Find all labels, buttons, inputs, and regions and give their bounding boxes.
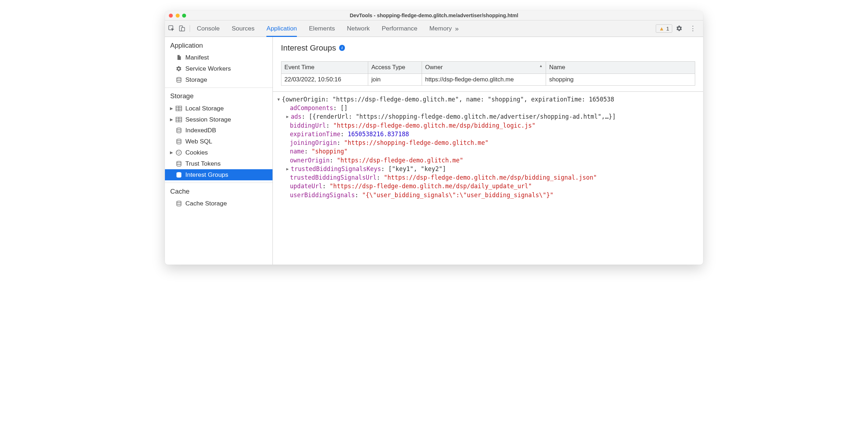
tabbar: ConsoleSourcesApplicationElementsNetwork… — [165, 20, 703, 37]
table-header[interactable]: Event Time — [281, 62, 368, 74]
db-icon — [176, 138, 182, 145]
svg-point-12 — [177, 128, 181, 129]
sidebar-item-session-storage[interactable]: ▶Session Storage — [165, 114, 272, 125]
more-menu-icon[interactable]: ⋮ — [686, 25, 700, 33]
issues-badge[interactable]: ▲ 1 — [656, 24, 672, 32]
tab-elements[interactable]: Elements — [309, 20, 335, 37]
sidebar-item-trust-tokens[interactable]: Trust Tokens — [165, 158, 272, 169]
sidebar-item-service-workers[interactable]: Service Workers — [165, 63, 272, 74]
sidebar-item-web-sql[interactable]: Web SQL — [165, 136, 272, 147]
minimize-icon[interactable] — [176, 14, 180, 18]
sidebar: Application ManifestService WorkersStora… — [165, 37, 273, 265]
sidebar-group-title: Storage — [170, 92, 272, 100]
svg-point-16 — [179, 152, 180, 152]
settings-icon[interactable] — [672, 25, 686, 32]
close-icon[interactable] — [169, 14, 173, 18]
table-icon — [176, 116, 182, 123]
device-toggle-icon[interactable] — [179, 25, 185, 32]
svg-rect-2 — [181, 28, 185, 31]
sort-indicator-icon: ▲ — [539, 64, 543, 68]
sidebar-item-indexeddb[interactable]: IndexedDB — [165, 125, 272, 136]
sidebar-group-application: Application ManifestService WorkersStora… — [165, 37, 272, 88]
expand-caret-icon[interactable]: ▶ — [170, 150, 173, 155]
sidebar-item-local-storage[interactable]: ▶Local Storage — [165, 103, 272, 114]
table-row[interactable]: 22/03/2022, 10:50:16joinhttps://dsp-fled… — [281, 74, 695, 85]
info-icon[interactable]: i — [339, 45, 345, 51]
db-icon — [176, 127, 182, 134]
devtools-window: DevTools - shopping-fledge-demo.glitch.m… — [165, 11, 703, 265]
table-header[interactable]: Owner▲ — [422, 62, 546, 74]
titlebar: DevTools - shopping-fledge-demo.glitch.m… — [165, 11, 703, 20]
zoom-icon[interactable] — [182, 14, 186, 18]
warning-icon: ▲ — [659, 25, 664, 32]
svg-point-19 — [177, 161, 181, 163]
table-cell: join — [368, 74, 422, 85]
sidebar-item-label: Storage — [185, 76, 207, 84]
gear-icon — [176, 65, 182, 72]
panel-title: Interest Groups — [281, 43, 336, 53]
traffic-lights — [169, 14, 186, 18]
sidebar-group-title: Cache — [170, 188, 272, 195]
sidebar-item-label: Cache Storage — [185, 200, 227, 207]
svg-point-14 — [176, 150, 181, 155]
inspect-icon[interactable] — [168, 25, 175, 32]
overflow-tabs-icon[interactable]: » — [452, 25, 462, 33]
tab-network[interactable]: Network — [347, 20, 370, 37]
db-icon — [176, 171, 182, 178]
sidebar-item-manifest[interactable]: Manifest — [165, 52, 272, 63]
tab-performance[interactable]: Performance — [382, 20, 417, 37]
sidebar-item-label: Service Workers — [185, 65, 231, 72]
sidebar-item-cache-storage[interactable]: Cache Storage — [165, 198, 272, 209]
expand-caret-icon[interactable]: ▶ — [170, 117, 173, 122]
window-title: DevTools - shopping-fledge-demo.glitch.m… — [165, 13, 703, 18]
sidebar-group-storage: Storage ▶Local Storage▶Session StorageIn… — [165, 88, 272, 183]
sidebar-group-title: Application — [170, 42, 272, 49]
cookie-icon — [176, 149, 182, 156]
db-icon — [176, 76, 182, 83]
sidebar-item-label: Web SQL — [185, 138, 212, 145]
tab-application[interactable]: Application — [266, 20, 297, 37]
sidebar-item-label: Interest Groups — [185, 171, 228, 179]
sidebar-item-label: Local Storage — [185, 105, 224, 112]
db-icon — [176, 160, 182, 167]
svg-point-21 — [177, 201, 181, 203]
db-icon — [176, 200, 182, 207]
svg-point-15 — [178, 151, 179, 152]
svg-point-13 — [177, 139, 181, 141]
sidebar-item-label: Manifest — [185, 54, 209, 61]
tab-memory[interactable]: Memory — [430, 20, 452, 37]
table-icon — [176, 105, 182, 112]
sidebar-item-label: Session Storage — [185, 116, 231, 123]
expand-caret-icon[interactable]: ▶ — [170, 106, 173, 111]
content-panel: Interest Groups i Event TimeAccess TypeO… — [273, 37, 703, 265]
table-cell: https://dsp-fledge-demo.glitch.me — [422, 74, 546, 85]
tab-console[interactable]: Console — [197, 20, 220, 37]
sidebar-item-label: Trust Tokens — [185, 160, 220, 167]
sidebar-item-label: IndexedDB — [185, 127, 216, 134]
svg-point-17 — [178, 153, 179, 154]
issues-count: 1 — [666, 25, 669, 32]
sidebar-item-cookies[interactable]: ▶Cookies — [165, 147, 272, 158]
table-cell: shopping — [546, 74, 695, 85]
details-tree[interactable]: ▼{ownerOrigin: "https://dsp-fledge-demo.… — [273, 91, 703, 265]
sidebar-item-interest-groups[interactable]: Interest Groups — [165, 169, 272, 180]
interest-groups-table: Event TimeAccess TypeOwner▲Name 22/03/20… — [281, 61, 695, 86]
table-cell: 22/03/2022, 10:50:16 — [281, 74, 368, 85]
table-header[interactable]: Name — [546, 62, 695, 74]
manifest-icon — [176, 54, 182, 61]
tab-sources[interactable]: Sources — [232, 20, 255, 37]
svg-point-3 — [177, 77, 181, 79]
svg-point-18 — [179, 153, 180, 154]
sidebar-group-cache: Cache Cache Storage — [165, 183, 272, 211]
table-header[interactable]: Access Type — [368, 62, 422, 74]
sidebar-item-storage[interactable]: Storage — [165, 74, 272, 85]
sidebar-item-label: Cookies — [185, 149, 208, 156]
